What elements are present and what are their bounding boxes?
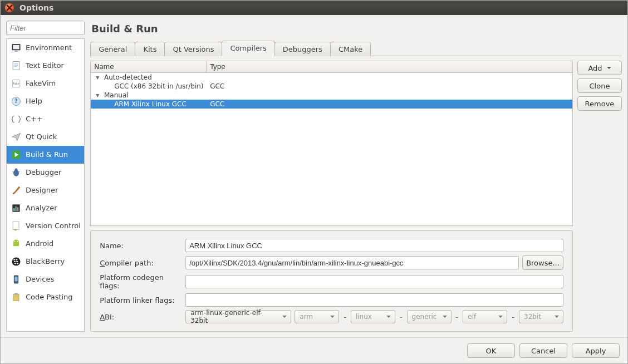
apply-button[interactable]: Apply — [572, 343, 620, 358]
chevron-down-icon[interactable]: ▾ — [94, 92, 101, 99]
compiler-type: GCC — [207, 100, 228, 108]
sidebar-item-label: Version Control — [26, 222, 81, 230]
add-button[interactable]: Add — [577, 61, 622, 75]
abi-format-select[interactable]: elf — [463, 310, 507, 323]
sidebar-item-label: Analyzer — [26, 204, 57, 212]
name-input[interactable] — [185, 239, 563, 252]
sidebar-item-help[interactable]: ? Help — [7, 92, 84, 110]
svg-point-30 — [17, 263, 18, 264]
sidebar-item-devices[interactable]: Devices — [7, 270, 84, 288]
sidebar-item-fakevim[interactable]: Fake FakeVim — [7, 75, 84, 92]
svg-point-29 — [14, 263, 16, 264]
tab-kits[interactable]: Kits — [135, 42, 165, 56]
options-window: Options Environment Text Editor — [0, 0, 628, 364]
sidebar-item-label: Text Editor — [26, 61, 64, 70]
build-run-icon — [10, 149, 22, 161]
tree-group-auto[interactable]: ▾ Auto-detected — [91, 73, 572, 82]
sidebar-item-label: Qt Quick — [26, 132, 57, 141]
label-linker: Platform linker flags: — [100, 296, 182, 304]
compiler-form: Name: Compiler path: Browse... Platform … — [90, 230, 573, 332]
vcs-icon — [10, 220, 22, 232]
sidebar-item-label: BlackBerry — [26, 257, 65, 265]
window-title: Options — [19, 3, 53, 12]
compiler-path-input[interactable] — [185, 256, 519, 269]
sidebar-item-designer[interactable]: Designer — [7, 181, 84, 199]
tree-header-type[interactable]: Type — [207, 61, 572, 72]
tree-header-name[interactable]: Name — [91, 61, 207, 72]
brush-icon — [10, 184, 22, 196]
tab-general[interactable]: General — [90, 42, 135, 56]
compiler-name: ARM Xilinx Linux GCC — [91, 100, 207, 108]
sidebar-item-version-control[interactable]: Version Control — [7, 217, 84, 235]
svg-point-22 — [14, 241, 16, 242]
svg-rect-34 — [15, 293, 18, 294]
fakevim-icon: Fake — [10, 77, 22, 90]
svg-point-25 — [13, 259, 15, 260]
tree-body[interactable]: ▾ Auto-detected GCC (x86 32bit in /usr/b… — [90, 73, 573, 226]
svg-rect-18 — [13, 208, 15, 211]
label-name: Name: — [100, 242, 182, 250]
braces-icon — [10, 113, 22, 125]
remove-button[interactable]: Remove — [577, 96, 622, 111]
main-panel: Build & Run General Kits Qt Versions Com… — [90, 21, 622, 332]
tree-group-manual[interactable]: ▾ Manual — [91, 91, 572, 100]
sidebar-item-android[interactable]: Android — [7, 235, 84, 253]
tab-qt-versions[interactable]: Qt Versions — [164, 42, 222, 56]
sidebar-item-build-run[interactable]: Build & Run — [7, 146, 84, 164]
monitor-icon — [10, 42, 22, 54]
compilers-panel: Name Type ▾ Auto-detected GCC (x86 32bit… — [90, 56, 622, 332]
abi-os-select[interactable]: linux — [351, 310, 395, 323]
codegen-flags-input[interactable] — [185, 275, 563, 288]
sidebar: Environment Text Editor Fake FakeVim — [6, 21, 85, 332]
ok-button[interactable]: OK — [467, 343, 515, 358]
compiler-type: GCC — [207, 82, 228, 90]
sidebar-item-qt-quick[interactable]: Qt Quick — [7, 128, 84, 146]
tree-header: Name Type — [90, 61, 573, 73]
svg-rect-2 — [15, 51, 18, 52]
tab-cmake[interactable]: CMake — [330, 42, 371, 56]
abi-arch-select[interactable]: arm — [295, 310, 339, 323]
browse-button[interactable]: Browse... — [522, 255, 563, 270]
blackberry-icon — [10, 255, 22, 268]
sidebar-item-label: Help — [26, 97, 42, 105]
dialog-footer: OK Cancel Apply — [1, 337, 627, 363]
filter-input[interactable] — [6, 21, 85, 35]
sidebar-list: Environment Text Editor Fake FakeVim — [6, 38, 85, 332]
sidebar-item-cpp[interactable]: C++ — [7, 110, 84, 128]
sidebar-item-blackberry[interactable]: BlackBerry — [7, 253, 84, 270]
sidebar-item-label: Environment — [26, 43, 72, 52]
sidebar-item-label: C++ — [26, 115, 43, 123]
abi-width-select[interactable]: 32bit — [519, 310, 563, 323]
sidebar-item-label: FakeVim — [26, 79, 56, 87]
sidebar-item-debugger[interactable]: Debugger — [7, 164, 84, 181]
sidebar-item-code-pasting[interactable]: Code Pasting — [7, 288, 84, 306]
sidebar-item-environment[interactable]: Environment — [7, 39, 84, 57]
abi-combined-select[interactable]: arm-linux-generic-elf-32bit — [185, 310, 291, 323]
help-icon: ? — [10, 95, 22, 107]
tab-compilers[interactable]: Compilers — [222, 41, 274, 56]
svg-rect-3 — [13, 61, 19, 70]
clone-button[interactable]: Clone — [577, 78, 622, 93]
sidebar-item-analyzer[interactable]: Analyzer — [7, 199, 84, 217]
sidebar-item-label: Designer — [26, 186, 58, 194]
cancel-button[interactable]: Cancel — [519, 343, 567, 358]
dash: - — [342, 313, 347, 321]
svg-point-14 — [15, 168, 18, 171]
compilers-tree-column: Name Type ▾ Auto-detected GCC (x86 32bit… — [90, 61, 573, 332]
linker-flags-input[interactable] — [185, 293, 563, 307]
sidebar-item-text-editor[interactable]: Text Editor — [7, 57, 84, 75]
tree-row-arm-xilinx[interactable]: ARM Xilinx Linux GCC GCC — [91, 100, 572, 109]
android-icon — [10, 238, 22, 250]
paper-plane-icon — [10, 131, 22, 143]
compiler-name: GCC (x86 32bit in /usr/bin) — [91, 82, 207, 90]
chevron-down-icon[interactable]: ▾ — [94, 74, 101, 81]
svg-text:Fake: Fake — [13, 81, 19, 85]
svg-rect-20 — [17, 207, 19, 211]
close-icon[interactable] — [5, 3, 14, 12]
svg-point-23 — [17, 241, 18, 242]
abi-flavor-select[interactable]: generic — [407, 310, 452, 323]
analyzer-icon — [10, 202, 22, 214]
tree-row-autodetected-gcc[interactable]: GCC (x86 32bit in /usr/bin) GCC — [91, 82, 572, 91]
tab-debuggers[interactable]: Debuggers — [274, 42, 331, 56]
document-icon — [10, 60, 22, 72]
